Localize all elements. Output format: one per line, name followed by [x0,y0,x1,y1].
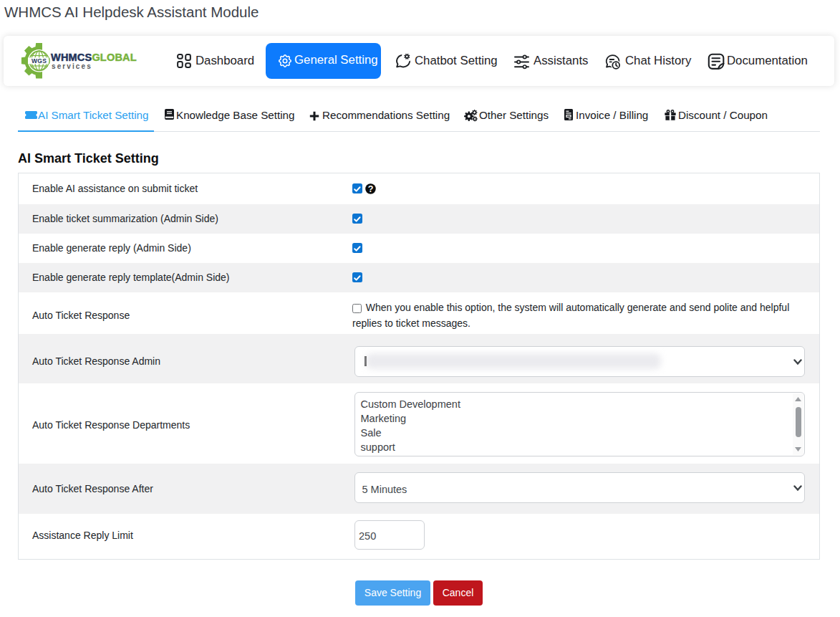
svg-text:?: ? [368,183,374,193]
svg-text:WGS: WGS [32,57,47,64]
